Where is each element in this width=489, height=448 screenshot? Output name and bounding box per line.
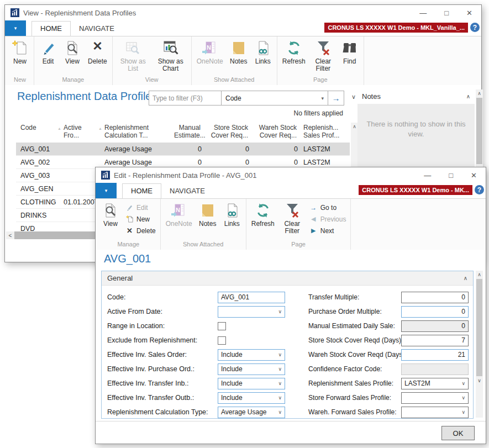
code-field[interactable] (218, 292, 285, 303)
links-button[interactable]: Links (220, 201, 244, 229)
find-button[interactable]: Find (338, 38, 362, 66)
onenote-button: N OneNote (162, 201, 196, 229)
chevron-down-icon: ∨ (278, 381, 282, 386)
notes-button[interactable]: Notes (227, 38, 251, 66)
effective-inv-transfer-outb-select[interactable]: Include∨ (218, 392, 285, 404)
column-header-calc-type[interactable]: Replenishment Calculation T... (100, 123, 170, 140)
edit-button: Edit (123, 202, 159, 213)
maximize-icon[interactable]: □ (444, 9, 449, 17)
links-button[interactable]: Links (251, 38, 275, 66)
column-header-code[interactable]: Code ▲ (16, 123, 59, 140)
chevron-down-icon: ∨ (278, 309, 282, 314)
filter-input[interactable] (149, 91, 221, 105)
help-icon[interactable]: ? (475, 185, 484, 194)
store-stock-cover-reqd-field[interactable]: 7 (401, 335, 469, 346)
next-button[interactable]: ▶ Next (307, 225, 349, 236)
application-menu-button[interactable]: ▾ (96, 183, 117, 198)
effective-inv-transfer-inb-select[interactable]: Include∨ (218, 378, 285, 389)
store-forward-sales-profile-select[interactable]: ∨ (401, 392, 469, 404)
effective-inv-sales-order-select[interactable]: Include∨ (218, 349, 285, 361)
refresh-button[interactable]: Refresh (248, 201, 278, 229)
delete-button[interactable]: ✕ Delete (123, 225, 159, 236)
column-header-store[interactable]: Store Stock Cover Req... (203, 123, 250, 140)
help-icon[interactable]: ? (470, 23, 480, 32)
column-header-profile[interactable]: Replenish... Sales Prof... (299, 123, 350, 140)
sticky-note-icon (199, 202, 217, 219)
notes-button[interactable]: Notes (196, 201, 220, 229)
clear-filter-icon (314, 39, 332, 57)
active-from-date-field[interactable]: ∨ (218, 306, 285, 318)
ok-button[interactable]: OK (441, 426, 475, 440)
tab-home[interactable]: HOME (31, 21, 71, 36)
replenishment-calculation-type-select[interactable]: Average Usage∨ (218, 407, 285, 418)
wareh-forward-sales-profile-select[interactable]: ∨ (401, 407, 469, 418)
confidence-factor-code-field (401, 363, 469, 375)
filter-go-arrow-icon: → (332, 93, 340, 103)
vertical-scroll-thumb[interactable] (476, 98, 482, 164)
apply-filter-button[interactable]: → (328, 91, 344, 105)
find-binoculars-icon (341, 39, 359, 57)
vertical-scroll-thumb[interactable] (476, 279, 482, 376)
refresh-button[interactable]: Refresh (279, 38, 309, 66)
new-button[interactable]: New (123, 213, 159, 225)
view-titlebar: View - Replenishment Data Profiles — □ ✕ (5, 5, 481, 20)
scroll-left-icon[interactable]: < (6, 233, 14, 239)
application-menu-button[interactable]: ▾ (5, 20, 26, 36)
onenote-button: N OneNote (193, 38, 227, 66)
field-label: Store Forward Sales Profile: (308, 394, 401, 402)
scroll-up-icon[interactable]: ∧ (476, 271, 483, 278)
delete-button[interactable]: ✕ Delete (85, 38, 111, 66)
column-header-wareh[interactable]: Wareh Stock Cover Req... (250, 123, 299, 140)
close-icon[interactable]: ✕ (466, 9, 472, 17)
scroll-down-icon[interactable]: ∨ (476, 377, 483, 384)
transfer-multiple-field[interactable]: 0 (401, 292, 469, 303)
clear-filter-button[interactable]: Clear Filter (278, 201, 307, 236)
group-label-page: Page (248, 240, 349, 250)
tab-navigate[interactable]: NAVIGATE (161, 184, 213, 198)
view-button[interactable]: View (60, 38, 85, 66)
general-left-column: Code: Active From Date: ∨ Range in Locat… (107, 290, 285, 419)
filter-pane-chevron-icon[interactable]: ∨ (351, 93, 356, 101)
ribbon-group-view: Show as List Show as Chart View (113, 36, 192, 85)
replenishment-sales-profile-select[interactable]: LAST2M∨ (401, 378, 469, 389)
range-in-location-checkbox[interactable] (218, 322, 226, 330)
show-as-chart-button[interactable]: Show as Chart (152, 38, 190, 73)
tab-home[interactable]: HOME (122, 183, 161, 198)
goto-button[interactable]: → Go to (307, 202, 349, 213)
maximize-icon[interactable]: □ (449, 172, 453, 179)
close-icon[interactable]: ✕ (471, 172, 477, 179)
field-label: Range in Location: (107, 322, 218, 330)
wareh-stock-cover-reqd-field[interactable]: 21 (401, 349, 469, 361)
effective-inv-purchase-ord-select[interactable]: Include∨ (218, 363, 285, 375)
exclude-from-replenishment-checkbox[interactable] (218, 336, 226, 345)
collapse-section-icon[interactable]: ∧ (464, 275, 467, 281)
view-ribbon: New New Edit (5, 36, 481, 86)
page-title: Replenishment Data Profiles ▾ (17, 90, 164, 103)
delete-x-icon: ✕ (125, 226, 134, 235)
form-vertical-scrollbar[interactable]: ∧ ∨ (476, 271, 483, 418)
view-document-icon (64, 39, 81, 57)
filter-column-select[interactable]: Code ▾ (221, 91, 328, 105)
minimize-icon[interactable]: — (419, 9, 427, 17)
desktop: { "colors": { "accent_blue": "#2E76B5", … (0, 0, 489, 448)
view-button[interactable]: View (98, 201, 123, 229)
field-label: Code: (107, 293, 218, 301)
minimize-icon[interactable]: — (424, 172, 431, 179)
column-header-manual[interactable]: Manual Estimate... (170, 123, 203, 140)
tab-navigate[interactable]: NAVIGATE (71, 22, 123, 36)
collapse-notes-icon[interactable]: ∧ (466, 93, 470, 99)
scroll-up-icon[interactable]: ∧ (476, 89, 483, 96)
purchase-order-multiple-field[interactable]: 0 (401, 306, 469, 318)
general-fasttab-header[interactable]: General ∧ (102, 271, 473, 286)
column-header-active-from[interactable]: Active Fro... ▲ (59, 123, 100, 140)
new-button[interactable]: New (8, 38, 32, 66)
notes-factbox-header: Notes ∧ (357, 89, 475, 103)
record-title: AVG_001 (104, 252, 151, 265)
edit-button[interactable]: Edit (36, 38, 60, 66)
next-arrow-icon: ▶ (309, 226, 318, 235)
field-label: Confidence Factor Code: (308, 365, 401, 373)
clear-filter-button[interactable]: Clear Filter (309, 38, 338, 73)
view-document-icon (102, 202, 119, 219)
table-row[interactable]: AVG_001Average Usage000LAST2M (16, 143, 350, 156)
ribbon-group-show-attached: N OneNote Notes (192, 36, 277, 85)
